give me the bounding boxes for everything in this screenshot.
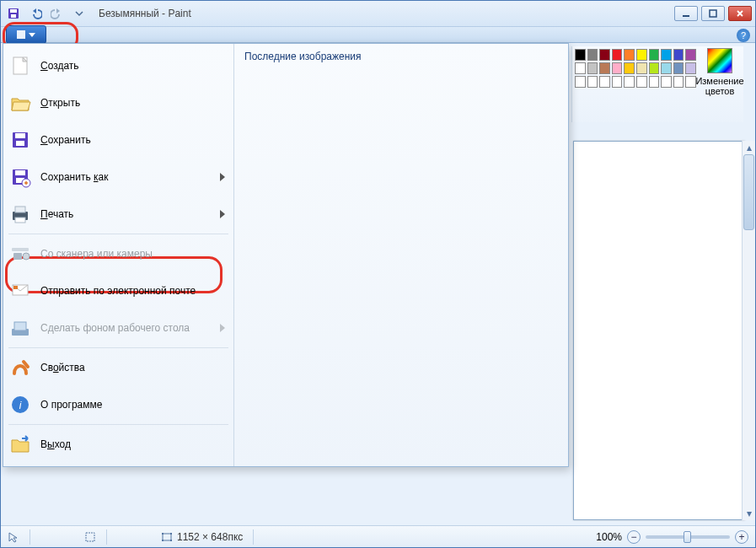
color-swatch[interactable] [685,49,696,61]
menu-item-label: Отправить по электронной почте [40,285,225,297]
svg-rect-15 [15,218,25,223]
canvas-size: 1152 × 648пкс [161,531,243,543]
color-swatch[interactable] [636,62,647,74]
window-title: Безымянный - Paint [99,8,191,19]
svg-rect-22 [14,322,26,330]
menu-item-save[interactable]: Сохранить [3,121,233,158]
menu-item-label: Открыть [40,97,225,109]
qat-redo-icon[interactable] [48,4,67,23]
svg-rect-25 [86,533,94,541]
color-swatch[interactable] [661,62,672,74]
zoom-in-button[interactable]: + [735,530,748,544]
qat-customize-icon[interactable] [70,4,88,23]
new-icon [8,54,32,78]
svg-rect-17 [13,253,22,260]
selection-icon [84,531,96,543]
color-swatch[interactable] [575,62,586,74]
color-swatch[interactable] [612,76,623,88]
color-swatch[interactable] [599,62,610,74]
svg-rect-30 [170,540,172,541]
color-swatch[interactable] [599,76,610,88]
properties-icon [8,356,32,379]
color-swatch[interactable] [649,49,660,61]
color-swatch[interactable] [575,76,586,88]
menu-item-wallpaper: Сделать фоном рабочего стола [3,309,233,347]
color-swatch[interactable] [685,76,696,88]
canvas-size-icon [161,531,173,543]
edit-colors-button[interactable]: Изменение цветов [699,46,741,122]
svg-rect-16 [12,248,29,251]
file-menu-dropdown: СоздатьОткрытьСохранитьСохранить какПеча… [3,43,569,467]
color-swatch[interactable] [587,49,598,61]
zoom-slider-thumb[interactable] [684,531,691,543]
vertical-scrollbar[interactable]: ▴ ▾ [742,141,755,520]
help-button[interactable]: ? [737,29,750,42]
canvas[interactable] [573,141,745,520]
color-swatch[interactable] [575,49,586,61]
svg-rect-28 [170,533,172,535]
color-swatch[interactable] [599,49,610,61]
maximize-button[interactable] [701,6,725,21]
color-swatch[interactable] [624,62,635,74]
color-swatch[interactable] [612,49,623,61]
ribbon-tabs: ? [1,26,755,43]
svg-rect-27 [162,533,164,535]
color-swatch[interactable] [587,76,598,88]
svg-rect-26 [163,534,171,540]
zoom-out-button[interactable]: − [627,530,641,544]
submenu-arrow-icon [220,324,225,332]
color-swatch[interactable] [673,62,684,74]
svg-rect-8 [16,141,24,146]
color-swatch[interactable] [661,49,672,61]
paint-window: Безымянный - Paint ? Изменение цветов ▴ … [0,0,756,548]
menu-item-label: Со сканера или камеры [40,248,225,260]
scroll-thumb[interactable] [743,154,754,230]
menu-item-properties[interactable]: Свойства [3,349,233,386]
menu-item-label: Сохранить [40,134,225,146]
svg-rect-20 [13,286,18,289]
about-icon: i [8,393,32,416]
statusbar: 1152 × 648пкс 100% − + [1,525,755,547]
scroll-down-icon[interactable]: ▾ [743,507,755,520]
qat-save-icon[interactable] [4,4,23,23]
file-menu-button[interactable] [6,25,46,44]
color-swatch[interactable] [624,76,635,88]
menu-separator [8,234,228,234]
svg-rect-3 [683,15,689,17]
minimize-button[interactable] [674,6,698,21]
color-swatch[interactable] [673,76,684,88]
email-icon [8,279,32,303]
menu-item-print[interactable]: Печать [3,196,233,233]
saveas-icon [8,165,32,189]
close-button[interactable] [728,6,752,21]
menu-item-saveas[interactable]: Сохранить как [3,158,233,196]
color-swatch-grid [572,46,699,122]
color-swatch[interactable] [685,62,696,74]
svg-rect-1 [10,9,17,13]
color-swatch[interactable] [636,49,647,61]
menu-item-exit[interactable]: Выход [3,426,233,463]
canvas-size-text: 1152 × 648пкс [177,531,243,543]
recent-images-header: Последние изображения [244,51,558,62]
menu-item-about[interactable]: iО программе [3,386,233,423]
save-icon [8,128,32,152]
color-swatch[interactable] [673,49,684,61]
svg-rect-7 [15,133,25,138]
color-swatch[interactable] [649,76,660,88]
zoom-slider[interactable] [646,535,730,539]
color-swatch[interactable] [649,62,660,74]
content-area: Изменение цветов ▴ ▾ СоздатьОткрытьСохра… [1,43,755,525]
svg-rect-10 [15,170,25,175]
color-swatch[interactable] [612,62,623,74]
menu-item-email[interactable]: Отправить по электронной почте [3,272,233,309]
color-swatch[interactable] [624,49,635,61]
qat-undo-icon[interactable] [26,4,45,23]
menu-item-open[interactable]: Открыть [3,84,233,121]
color-swatch[interactable] [636,76,647,88]
color-swatch[interactable] [661,76,672,88]
menu-item-label: Печать [40,208,215,220]
scroll-up-icon[interactable]: ▴ [743,141,755,154]
submenu-arrow-icon [220,210,225,218]
menu-item-new[interactable]: Создать [3,47,233,84]
color-swatch[interactable] [587,62,598,74]
